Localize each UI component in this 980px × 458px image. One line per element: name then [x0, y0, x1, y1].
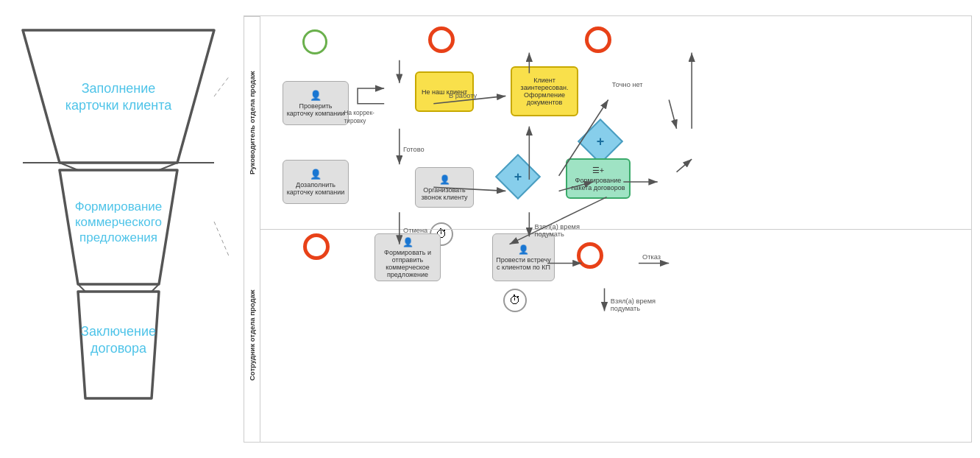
lane-header-bottom: Сотрудник отдела продаж [244, 229, 260, 442]
svg-text:Формирование: Формирование [75, 200, 163, 214]
intermediate-event-clock-2: ⏱ [503, 289, 527, 312]
task-fill-company: 👤 Дозаполнить карточку компании [283, 160, 349, 204]
svg-text:Заключение: Заключение [81, 324, 156, 339]
task-form-kp: 👤 Формировать и отправить коммерческое п… [374, 233, 441, 281]
task-meet-client: 👤 Провести встречу с клиентом по КП [492, 233, 555, 281]
svg-text:Готово: Готово [403, 146, 425, 153]
svg-line-17 [214, 222, 229, 273]
end-event-cancel [303, 233, 330, 260]
end-event-top2 [585, 27, 611, 53]
task-client-interested: Клиент заинтересован. Оформление докумен… [511, 66, 578, 116]
gateway-2: + [502, 161, 534, 193]
task-not-our-client: Не наш клиент [415, 71, 474, 112]
svg-text:Заполнение: Заполнение [82, 81, 156, 96]
svg-line-46 [677, 159, 692, 172]
lane-header-top: Руководитель отдела продаж [244, 16, 260, 229]
task-organize-call: 👤 Организовать звонок клиенту [415, 167, 474, 208]
svg-text:Отказ: Отказ [642, 253, 661, 261]
start-event [302, 29, 327, 54]
bpmn-diagram: Руководитель отдела продаж Сотрудник отд… [244, 15, 972, 443]
svg-text:предложения: предложения [79, 230, 157, 244]
end-event-top1 [428, 27, 455, 53]
svg-text:коммерческого: коммерческого [75, 215, 162, 229]
svg-text:договора: договора [90, 341, 147, 356]
svg-line-16 [214, 67, 229, 96]
task-form-package: ☰+ Формирование пакета договоров [566, 158, 631, 199]
svg-text:карточки клиента: карточки клиента [65, 98, 172, 113]
svg-line-45 [669, 100, 676, 129]
svg-text:Взял(а) время: Взял(а) время [611, 297, 656, 305]
svg-text:подумать: подумать [611, 305, 640, 312]
end-event-bottom [577, 242, 603, 269]
task-check-company: 👤 Проверить карточку компании [283, 81, 349, 125]
svg-text:Точно нет: Точно нет [612, 81, 644, 88]
main-container: Заполнение карточки клиента Формирование… [8, 8, 972, 450]
gateway-1: + [584, 125, 617, 158]
funnel-container: Заполнение карточки клиента Формирование… [8, 15, 229, 443]
svg-marker-0 [23, 30, 214, 163]
